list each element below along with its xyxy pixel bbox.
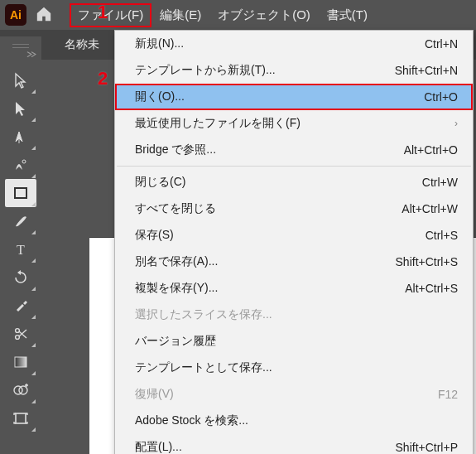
artboard-tool[interactable] — [5, 404, 36, 432]
paintbrush-tool[interactable] — [5, 207, 36, 235]
svg-point-3 — [16, 329, 20, 333]
scissors-tool[interactable] — [5, 320, 36, 348]
menu-object[interactable]: オブジェクト(O) — [209, 2, 319, 28]
tool-panel: T — [0, 36, 41, 432]
menu-item-12[interactable]: バージョン履歴 — [115, 328, 473, 355]
menu-item-label: Adobe Stock を検索... — [135, 413, 248, 428]
menu-item-13[interactable]: テンプレートとして保存... — [115, 355, 473, 381]
menu-item-shortcut: Shift+Ctrl+S — [396, 255, 458, 268]
menu-item-label: テンプレートとして保存... — [135, 360, 272, 375]
menu-item-shortcut: Alt+Ctrl+W — [401, 202, 458, 215]
menu-item-label: バージョン履歴 — [135, 334, 216, 349]
menu-item-shortcut: Alt+Ctrl+O — [404, 143, 458, 157]
type-tool[interactable]: T — [5, 235, 36, 263]
menu-file[interactable]: ファイル(F) — [70, 3, 151, 27]
svg-rect-5 — [15, 357, 26, 367]
rotate-tool[interactable] — [5, 263, 36, 292]
menu-item-7[interactable]: すべてを閉じるAlt+Ctrl+W — [115, 196, 473, 222]
menu-item-label: 復帰(V) — [135, 387, 174, 402]
menu-item-shortcut: Ctrl+N — [425, 37, 458, 51]
menu-item-label: 新規(N)... — [135, 36, 184, 51]
document-tab-label[interactable]: 名称未 — [65, 37, 99, 52]
menu-item-9[interactable]: 別名で保存(A)...Shift+Ctrl+S — [115, 249, 473, 275]
menu-item-label: 複製を保存(Y)... — [135, 281, 218, 296]
menu-item-label: テンプレートから新規(T)... — [135, 63, 276, 78]
menu-item-label: 配置(L)... — [135, 440, 182, 454]
curvature-tool[interactable] — [5, 151, 36, 179]
menu-item-15[interactable]: Adobe Stock を検索... — [115, 408, 473, 434]
gradient-tool[interactable] — [5, 348, 36, 376]
menu-edit[interactable]: 編集(E) — [151, 2, 209, 28]
menu-item-1[interactable]: テンプレートから新規(T)...Shift+Ctrl+N — [115, 57, 473, 84]
annotation-2: 2 — [98, 68, 108, 89]
menu-item-shortcut: Ctrl+S — [426, 229, 458, 242]
panel-expand-icon[interactable] — [0, 51, 41, 61]
eyedropper-tool[interactable] — [5, 292, 36, 320]
menu-item-4[interactable]: Bridge で参照...Alt+Ctrl+O — [115, 137, 473, 163]
menu-item-10[interactable]: 複製を保存(Y)...Alt+Ctrl+S — [115, 275, 473, 302]
menu-item-shortcut: Ctrl+W — [422, 176, 458, 189]
menu-item-11: 選択したスライスを保存... — [115, 302, 473, 328]
menu-item-label: 保存(S) — [135, 228, 174, 243]
annotation-1: 1 — [98, 2, 108, 23]
menu-item-8[interactable]: 保存(S)Ctrl+S — [115, 222, 473, 249]
menu-item-shortcut: Shift+Ctrl+P — [396, 441, 458, 454]
menu-item-label: Bridge で参照... — [135, 142, 216, 157]
menu-item-label: すべてを閉じる — [135, 201, 216, 216]
svg-point-7 — [19, 386, 27, 394]
app-header: Ai ファイル(F) 編集(E) オブジェクト(O) 書式(T) — [0, 0, 476, 30]
app-logo-text: Ai — [10, 8, 22, 22]
rectangle-tool[interactable] — [5, 179, 36, 207]
menu-item-label: 最近使用したファイルを開く(F) — [135, 116, 301, 131]
svg-point-0 — [22, 160, 26, 163]
svg-point-4 — [16, 336, 20, 340]
pen-tool[interactable] — [5, 123, 36, 151]
shape-builder-tool[interactable] — [5, 376, 36, 404]
menu-item-shortcut: Ctrl+O — [424, 90, 458, 104]
menu-type[interactable]: 書式(T) — [319, 2, 376, 28]
menu-item-3[interactable]: 最近使用したファイルを開く(F)› — [115, 110, 473, 137]
file-menu-dropdown: 新規(N)...Ctrl+Nテンプレートから新規(T)...Shift+Ctrl… — [114, 30, 474, 454]
menu-separator — [117, 166, 471, 167]
menu-item-label: 閉じる(C) — [135, 175, 185, 190]
submenu-arrow-icon: › — [454, 118, 458, 129]
home-icon[interactable] — [35, 6, 53, 25]
direct-selection-tool[interactable] — [5, 94, 36, 123]
svg-rect-1 — [15, 188, 26, 198]
panel-grip[interactable] — [0, 40, 41, 51]
menu-item-shortcut: Alt+Ctrl+S — [405, 282, 458, 295]
toolbox: T — [2, 61, 39, 432]
menu-item-label: 開く(O)... — [135, 89, 185, 104]
svg-rect-8 — [16, 413, 26, 423]
menu-item-shortcut: Shift+Ctrl+N — [395, 64, 458, 77]
menu-item-6[interactable]: 閉じる(C)Ctrl+W — [115, 169, 473, 196]
menu-item-2[interactable]: 開く(O)...Ctrl+O — [115, 84, 473, 110]
app-logo: Ai — [5, 4, 26, 26]
menu-item-16[interactable]: 配置(L)...Shift+Ctrl+P — [115, 434, 473, 454]
menu-item-14: 復帰(V)F12 — [115, 381, 473, 408]
menubar: ファイル(F) 編集(E) オブジェクト(O) 書式(T) — [70, 2, 376, 28]
menu-item-label: 別名で保存(A)... — [135, 254, 218, 269]
menu-item-shortcut: F12 — [438, 388, 458, 401]
svg-text:T: T — [17, 243, 25, 257]
selection-tool[interactable] — [5, 66, 36, 94]
menu-item-label: 選択したスライスを保存... — [135, 307, 272, 322]
menu-item-0[interactable]: 新規(N)...Ctrl+N — [115, 31, 473, 57]
